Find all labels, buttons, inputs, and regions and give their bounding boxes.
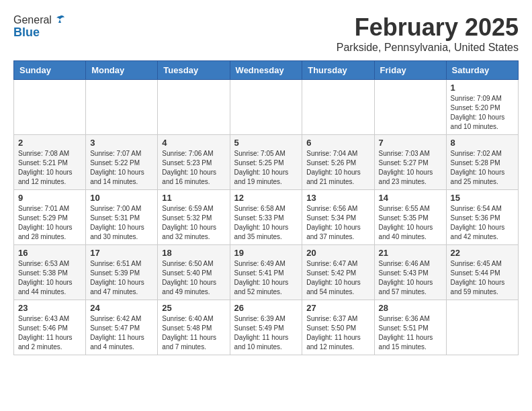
day-info: Sunrise: 7:09 AM Sunset: 5:20 PM Dayligh…: [451, 94, 514, 132]
day-info: Sunrise: 7:04 AM Sunset: 5:26 PM Dayligh…: [306, 149, 369, 187]
calendar-week-row: 16Sunrise: 6:53 AM Sunset: 5:38 PM Dayli…: [14, 245, 519, 300]
calendar-subtitle: Parkside, Pennsylvania, United States: [337, 42, 519, 54]
calendar-cell: [302, 80, 374, 135]
day-number: 19: [234, 248, 298, 258]
day-info: Sunrise: 7:00 AM Sunset: 5:31 PM Dayligh…: [90, 204, 153, 242]
calendar-cell: 9Sunrise: 7:01 AM Sunset: 5:29 PM Daylig…: [14, 190, 86, 245]
weekday-header-tuesday: Tuesday: [158, 61, 230, 80]
day-number: 12: [234, 193, 298, 203]
calendar-cell: 1Sunrise: 7:09 AM Sunset: 5:20 PM Daylig…: [446, 80, 518, 135]
calendar-cell: 10Sunrise: 7:00 AM Sunset: 5:31 PM Dayli…: [86, 190, 158, 245]
day-number: 3: [90, 138, 153, 148]
day-number: 13: [306, 193, 369, 203]
day-info: Sunrise: 6:53 AM Sunset: 5:38 PM Dayligh…: [18, 259, 81, 297]
calendar-title: February 2025: [337, 13, 519, 42]
calendar-cell: 15Sunrise: 6:54 AM Sunset: 5:36 PM Dayli…: [446, 190, 518, 245]
day-number: 1: [451, 83, 514, 93]
calendar-cell: 28Sunrise: 6:36 AM Sunset: 5:51 PM Dayli…: [374, 300, 446, 355]
day-info: Sunrise: 7:01 AM Sunset: 5:29 PM Dayligh…: [18, 204, 81, 242]
day-info: Sunrise: 6:37 AM Sunset: 5:50 PM Dayligh…: [306, 314, 369, 352]
weekday-header-row: SundayMondayTuesdayWednesdayThursdayFrid…: [14, 61, 519, 80]
calendar-cell: 17Sunrise: 6:51 AM Sunset: 5:39 PM Dayli…: [86, 245, 158, 300]
day-info: Sunrise: 7:03 AM Sunset: 5:27 PM Dayligh…: [379, 149, 442, 187]
calendar-cell: 5Sunrise: 7:05 AM Sunset: 5:25 PM Daylig…: [230, 135, 302, 190]
day-info: Sunrise: 6:46 AM Sunset: 5:43 PM Dayligh…: [379, 259, 442, 297]
day-info: Sunrise: 7:08 AM Sunset: 5:21 PM Dayligh…: [18, 149, 81, 187]
day-number: 17: [90, 248, 153, 258]
day-info: Sunrise: 7:02 AM Sunset: 5:28 PM Dayligh…: [451, 149, 514, 187]
day-info: Sunrise: 6:51 AM Sunset: 5:39 PM Dayligh…: [90, 259, 153, 297]
day-number: 14: [379, 193, 442, 203]
day-number: 2: [18, 138, 81, 148]
day-info: Sunrise: 6:36 AM Sunset: 5:51 PM Dayligh…: [379, 314, 442, 352]
weekday-header-friday: Friday: [374, 61, 446, 80]
day-number: 5: [234, 138, 298, 148]
calendar-cell: 27Sunrise: 6:37 AM Sunset: 5:50 PM Dayli…: [302, 300, 374, 355]
day-info: Sunrise: 6:39 AM Sunset: 5:49 PM Dayligh…: [234, 314, 298, 352]
day-number: 20: [306, 248, 369, 258]
day-info: Sunrise: 6:58 AM Sunset: 5:33 PM Dayligh…: [234, 204, 298, 242]
day-number: 15: [451, 193, 514, 203]
day-info: Sunrise: 6:55 AM Sunset: 5:35 PM Dayligh…: [379, 204, 442, 242]
day-info: Sunrise: 7:06 AM Sunset: 5:23 PM Dayligh…: [162, 149, 225, 187]
calendar-cell: [14, 80, 86, 135]
day-info: Sunrise: 6:50 AM Sunset: 5:40 PM Dayligh…: [162, 259, 225, 297]
calendar-cell: [230, 80, 302, 135]
day-number: 11: [162, 193, 225, 203]
day-number: 23: [18, 303, 81, 313]
day-info: Sunrise: 6:42 AM Sunset: 5:47 PM Dayligh…: [90, 314, 153, 352]
day-number: 8: [451, 138, 514, 148]
calendar-cell: 12Sunrise: 6:58 AM Sunset: 5:33 PM Dayli…: [230, 190, 302, 245]
title-block: February 2025 Parkside, Pennsylvania, Un…: [337, 13, 519, 54]
calendar-cell: 3Sunrise: 7:07 AM Sunset: 5:22 PM Daylig…: [86, 135, 158, 190]
calendar-cell: 4Sunrise: 7:06 AM Sunset: 5:23 PM Daylig…: [158, 135, 230, 190]
calendar-cell: 25Sunrise: 6:40 AM Sunset: 5:48 PM Dayli…: [158, 300, 230, 355]
calendar-cell: [374, 80, 446, 135]
day-number: 18: [162, 248, 225, 258]
calendar-cell: 22Sunrise: 6:45 AM Sunset: 5:44 PM Dayli…: [446, 245, 518, 300]
calendar-cell: 20Sunrise: 6:47 AM Sunset: 5:42 PM Dayli…: [302, 245, 374, 300]
day-info: Sunrise: 6:49 AM Sunset: 5:41 PM Dayligh…: [234, 259, 298, 297]
calendar-cell: 23Sunrise: 6:43 AM Sunset: 5:46 PM Dayli…: [14, 300, 86, 355]
weekday-header-monday: Monday: [86, 61, 158, 80]
calendar-cell: 16Sunrise: 6:53 AM Sunset: 5:38 PM Dayli…: [14, 245, 86, 300]
calendar-cell: 26Sunrise: 6:39 AM Sunset: 5:49 PM Dayli…: [230, 300, 302, 355]
day-number: 10: [90, 193, 153, 203]
calendar-cell: 13Sunrise: 6:56 AM Sunset: 5:34 PM Dayli…: [302, 190, 374, 245]
day-number: 7: [379, 138, 442, 148]
day-number: 24: [90, 303, 153, 313]
logo-general-text: General: [13, 14, 52, 26]
weekday-header-sunday: Sunday: [14, 61, 86, 80]
day-info: Sunrise: 6:40 AM Sunset: 5:48 PM Dayligh…: [162, 314, 225, 352]
day-info: Sunrise: 6:43 AM Sunset: 5:46 PM Dayligh…: [18, 314, 81, 352]
calendar-cell: [86, 80, 158, 135]
day-number: 26: [234, 303, 298, 313]
day-number: 9: [18, 193, 81, 203]
calendar-week-row: 2Sunrise: 7:08 AM Sunset: 5:21 PM Daylig…: [14, 135, 519, 190]
weekday-header-wednesday: Wednesday: [230, 61, 302, 80]
weekday-header-thursday: Thursday: [302, 61, 374, 80]
day-number: 27: [306, 303, 369, 313]
calendar-week-row: 1Sunrise: 7:09 AM Sunset: 5:20 PM Daylig…: [14, 80, 519, 135]
day-number: 28: [379, 303, 442, 313]
day-info: Sunrise: 6:54 AM Sunset: 5:36 PM Dayligh…: [451, 204, 514, 242]
calendar-cell: 21Sunrise: 6:46 AM Sunset: 5:43 PM Dayli…: [374, 245, 446, 300]
calendar-week-row: 9Sunrise: 7:01 AM Sunset: 5:29 PM Daylig…: [14, 190, 519, 245]
day-info: Sunrise: 6:47 AM Sunset: 5:42 PM Dayligh…: [306, 259, 369, 297]
day-info: Sunrise: 6:56 AM Sunset: 5:34 PM Dayligh…: [306, 204, 369, 242]
day-number: 4: [162, 138, 225, 148]
calendar-cell: 24Sunrise: 6:42 AM Sunset: 5:47 PM Dayli…: [86, 300, 158, 355]
calendar-cell: [446, 300, 518, 355]
day-number: 25: [162, 303, 225, 313]
calendar-cell: 6Sunrise: 7:04 AM Sunset: 5:26 PM Daylig…: [302, 135, 374, 190]
logo-blue-text: Blue: [13, 26, 40, 40]
calendar-cell: 8Sunrise: 7:02 AM Sunset: 5:28 PM Daylig…: [446, 135, 518, 190]
day-number: 16: [18, 248, 81, 258]
day-info: Sunrise: 6:59 AM Sunset: 5:32 PM Dayligh…: [162, 204, 225, 242]
day-info: Sunrise: 6:45 AM Sunset: 5:44 PM Dayligh…: [451, 259, 514, 297]
calendar-cell: 11Sunrise: 6:59 AM Sunset: 5:32 PM Dayli…: [158, 190, 230, 245]
calendar-table: SundayMondayTuesdayWednesdayThursdayFrid…: [13, 60, 519, 355]
calendar-cell: 18Sunrise: 6:50 AM Sunset: 5:40 PM Dayli…: [158, 245, 230, 300]
day-number: 22: [451, 248, 514, 258]
calendar-cell: 14Sunrise: 6:55 AM Sunset: 5:35 PM Dayli…: [374, 190, 446, 245]
